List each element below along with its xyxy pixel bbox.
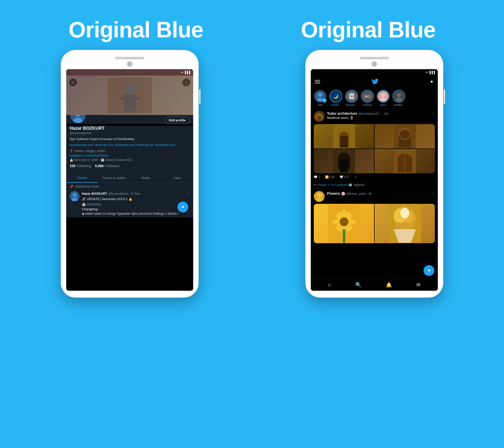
svg-point-22 (381, 93, 385, 97)
search-nav-icon[interactable]: 🔍 (355, 282, 361, 288)
svg-rect-29 (317, 115, 321, 121)
flower-image-2 (375, 204, 435, 243)
compose-fab-right[interactable]: ✦ (424, 265, 434, 276)
flower-image-1 (314, 204, 374, 243)
compose-fab-left[interactable]: ✦ (178, 202, 188, 212)
like-action[interactable]: 🤍 677 (340, 175, 349, 179)
following-label: Following (76, 164, 91, 168)
flowers-post-info: Flowers 🌸 @flower_posts · 8h ⋮ (327, 191, 435, 196)
following-count[interactable]: 105 (70, 164, 75, 168)
messages-nav-icon[interactable]: ✉ (416, 282, 421, 288)
left-phone-mockup: ▾ ▐▐▐ ← (61, 50, 198, 298)
calendar-icon: 🎂 (70, 158, 73, 162)
hamb-line-2 (315, 81, 320, 82)
feed-bottom-nav: ⌂ 🔍 🔔 ✉ (311, 279, 438, 291)
svg-point-25 (397, 93, 401, 97)
tweet-date-line: 📅 02/03/2021 (82, 203, 190, 206)
phone-side-btn-right (444, 89, 445, 104)
tudor-post-more[interactable]: ⋮ (431, 111, 435, 116)
signal-icon-right: ▐▐▐ (429, 71, 435, 74)
home-nav-icon[interactable]: ⌂ (328, 282, 331, 288)
svg-point-44 (340, 217, 348, 226)
tudor-post-avatar (314, 111, 324, 122)
profile-handle: @bozkurtprime (70, 131, 190, 135)
add-story-badge: + (322, 98, 326, 103)
svg-text:🌙: 🌙 (333, 93, 339, 99)
tudor-post-actions: 💬 2 🔁 138 🤍 677 ↗ (314, 175, 435, 179)
stories-row: + Add 🌙 (311, 88, 438, 108)
location-icon: 📍 (70, 149, 73, 153)
hamb-line-3 (315, 83, 320, 83)
svg-rect-36 (340, 160, 348, 172)
flowers-post-time: · 8h (367, 192, 372, 195)
tudor-image-grid[interactable] (314, 124, 435, 173)
story-item-mozinity[interactable]: MO mozinity (361, 90, 374, 106)
story-item-aydakik[interactable]: aydakik... (393, 90, 405, 106)
profile-bio: Spy Software Expert (Founder of FlexiMob… (70, 137, 190, 141)
hamburger-menu[interactable] (315, 80, 320, 83)
retweet-action[interactable]: 🔁 138 (325, 175, 335, 179)
followers-label: Followers (105, 164, 119, 168)
profile-back-button[interactable]: ← (69, 78, 77, 86)
left-title: Original Blue (68, 17, 203, 43)
tweet-text: 🚀 UPDATE | AeroInsta V15.0.1 🔥 (82, 197, 190, 201)
tab-media[interactable]: Media (130, 173, 162, 183)
flowers-image-grid[interactable] (314, 204, 435, 243)
story-item-oloiux[interactable]: oloiux (377, 90, 390, 106)
share-icon: ↗ (354, 175, 357, 179)
svg-rect-4 (133, 97, 141, 100)
retweet-icon: 🔁 (325, 175, 329, 179)
followers-count[interactable]: 5,896 (95, 164, 104, 168)
profile-links[interactable]: hazarbozkurt.com, aeroinsta.com, whatsae… (70, 143, 190, 148)
tab-tweets[interactable]: Tweets (66, 173, 98, 183)
liked-by-row: ♥ Visuals ♾ ve Locations 🗺️ beğendi (311, 181, 438, 188)
sparkle-button[interactable]: ✦ (430, 79, 434, 85)
profile-name: Hazar BOZKURT (70, 126, 190, 131)
signal-icon: ▐▐▐ (184, 71, 190, 74)
story-item-mozartc[interactable]: Mo Mozartc... (345, 90, 358, 106)
svg-point-1 (124, 82, 135, 95)
story-item-amazin[interactable]: 🌙 amazin... (329, 90, 342, 106)
svg-point-40 (317, 193, 322, 198)
twitter-logo (372, 78, 378, 85)
feed-topbar: ✦ (311, 75, 438, 88)
profile-more-button[interactable]: ⋮ (182, 78, 190, 86)
phone-speaker-left (115, 57, 144, 59)
profile-meta: 🎂 Born April 2, 1999 📅 Joined October 20… (70, 158, 190, 162)
tweet-avatar (70, 191, 79, 201)
liked-by-link[interactable]: Visuals ♾ ve Locations 🗺️ (317, 183, 352, 187)
story-item-add[interactable]: + Add (314, 90, 326, 106)
left-phone-screen: ▾ ▐▐▐ ← (66, 69, 193, 291)
tweet-handle-date: @bozkurtprime · 02 Mar (108, 192, 140, 195)
retweet-count: 138 (330, 175, 335, 179)
reply-action[interactable]: 💬 2 (314, 175, 320, 179)
notifications-nav-icon[interactable]: 🔔 (386, 282, 392, 288)
tudor-image-4 (375, 149, 435, 173)
tab-likes[interactable]: Likes (162, 173, 193, 183)
profile-cover-image: ← ⋮ (66, 75, 193, 115)
phone-camera-left (127, 61, 132, 67)
profile-instagram[interactable]: instagram.com/bozkurt.hazarr (70, 154, 190, 157)
tweet-more-button[interactable]: ⋮ (186, 191, 190, 196)
flowers-post-avatar (314, 191, 324, 202)
profile-follow-stats: 105 Following 5,896 Followers (70, 164, 190, 168)
liked-by-text: beğendi (354, 183, 364, 187)
svg-rect-2 (124, 94, 136, 112)
tab-tweets-replies[interactable]: Tweets & replies (98, 173, 130, 183)
share-action[interactable]: ↗ (354, 175, 357, 179)
wifi-icon: ▾ (181, 71, 183, 74)
flowers-post-handle: @flower_posts (346, 192, 366, 195)
edit-profile-button[interactable]: Edit profile (165, 117, 190, 124)
liked-heart-icon: ♥ (314, 183, 316, 187)
like-icon: 🤍 (340, 175, 343, 179)
phone-camera-right (372, 61, 377, 67)
flowers-post-more[interactable]: ⋮ (431, 191, 435, 196)
story-label-aydakik: aydakik... (394, 104, 404, 106)
svg-point-12 (318, 93, 322, 97)
tudor-post-text: Medieval doors 🚪 (327, 116, 435, 120)
hamb-line-1 (315, 80, 320, 80)
tweet-changelog: Changelog: (82, 207, 190, 211)
born-meta: 🎂 Born April 2, 1999 (70, 158, 98, 162)
tudor-post-time: · 14h (382, 112, 389, 115)
more-icon-profile: ⋮ (184, 80, 188, 85)
